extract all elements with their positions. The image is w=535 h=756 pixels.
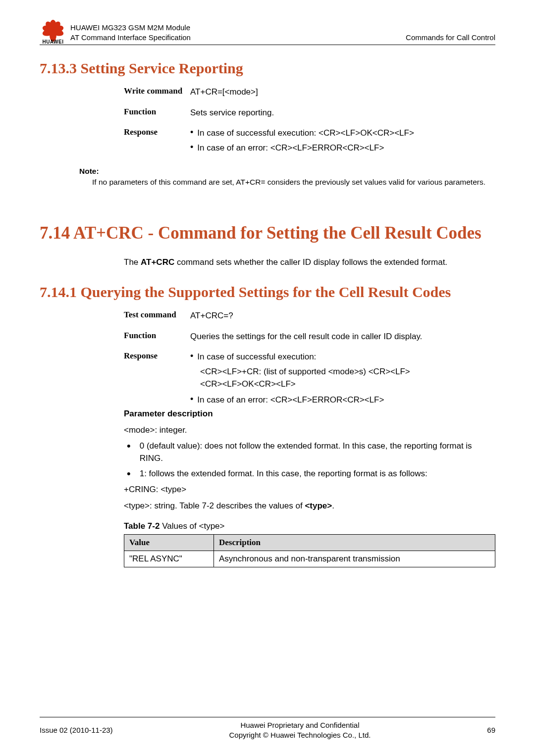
table-7-2: Value Description "REL ASYNC" Asynchrono…: [124, 534, 495, 567]
resp2-success-l1: In case of successful execution:: [197, 351, 316, 363]
cring-line: +CRING: <type>: [124, 484, 495, 496]
value-response: In case of successful execution: <CR><LF…: [190, 127, 495, 156]
type-line-bold: <type>: [305, 501, 332, 510]
table-caption-rest: Values of <type>: [160, 521, 224, 531]
mode-options: 0 (default value): does not follow the e…: [124, 440, 495, 480]
td-description: Asynchronous and non-transparent transmi…: [214, 551, 495, 567]
resp2-success-l3: <CR><LF>OK<CR><LF>: [200, 378, 495, 391]
type-line-pre: <type>: string. Table 7-2 describes the …: [124, 501, 305, 510]
label-write-command: Write command: [124, 86, 190, 99]
resp2-error: In case of an error: <CR><LF>ERROR<CR><L…: [197, 394, 384, 406]
intro-bold: AT+CRC: [141, 257, 174, 267]
footer-copyright: Copyright © Huawei Technologies Co., Ltd…: [229, 730, 371, 740]
footer-page-number: 69: [487, 726, 495, 734]
list-item: 0 (default value): does not follow the e…: [124, 440, 495, 464]
heading-7-14: 7.14 AT+CRC - Command for Setting the Ce…: [40, 222, 495, 244]
label-function2: Function: [124, 330, 190, 343]
param-title: Parameter description: [124, 408, 495, 420]
heading-7-14-1: 7.14.1 Querying the Supported Settings f…: [40, 284, 495, 301]
header-left: HUAWEI HUAWEI MG323 GSM M2M Module AT Co…: [40, 19, 191, 43]
huawei-logo-icon: HUAWEI: [40, 19, 66, 44]
param-block: Parameter description <mode>: integer. 0…: [124, 408, 495, 512]
table-row: Value Description: [124, 534, 495, 551]
response-error: In case of an error: <CR><LF>ERROR<CR><L…: [197, 142, 384, 154]
page-header: HUAWEI HUAWEI MG323 GSM M2M Module AT Co…: [40, 0, 495, 45]
type-line-post: .: [332, 501, 334, 510]
mode-1: 1: follows the extended format. In this …: [140, 468, 428, 480]
header-section-name: Commands for Call Control: [406, 33, 495, 43]
value-test-command: AT+CRC=?: [190, 309, 495, 322]
label-response: Response: [124, 127, 190, 156]
label-function: Function: [124, 106, 190, 119]
value-write-command: AT+CR=[<mode>]: [190, 86, 495, 99]
label-test-command: Test command: [124, 309, 190, 322]
doc-title-line2: AT Command Interface Specification: [70, 33, 191, 43]
header-titles: HUAWEI MG323 GSM M2M Module AT Command I…: [70, 23, 191, 43]
logo-wordmark: HUAWEI: [40, 39, 66, 45]
label-response2: Response: [124, 351, 190, 408]
def-table-7-13-3: Write command AT+CR=[<mode>] Function Se…: [124, 86, 495, 156]
response-success: In case of successful execution: <CR><LF…: [197, 127, 414, 140]
th-description: Description: [214, 534, 495, 551]
value-response2: In case of successful execution: <CR><LF…: [190, 351, 495, 408]
heading-7-13-3: 7.13.3 Setting Service Reporting: [40, 60, 495, 77]
doc-title-line1: HUAWEI MG323 GSM M2M Module: [70, 23, 191, 33]
list-item: 1: follows the extended format. In this …: [124, 468, 495, 480]
page-footer: Issue 02 (2010-11-23) Huawei Proprietary…: [40, 717, 495, 741]
resp2-success-l2: <CR><LF>+CR: (list of supported <mode>s)…: [200, 365, 495, 378]
intro-7-14: The AT+CRC command sets whether the call…: [124, 256, 495, 269]
th-value: Value: [124, 534, 214, 551]
note-title: Note:: [79, 167, 495, 176]
value-function2: Queries the settings for the cell result…: [190, 330, 495, 343]
footer-issue: Issue 02 (2010-11-23): [40, 726, 113, 734]
note-body: If no parameters of this command are set…: [92, 177, 495, 188]
td-value: "REL ASYNC": [124, 551, 214, 567]
mode-line: <mode>: integer.: [124, 424, 495, 437]
def-table-7-14-1: Test command AT+CRC=? Function Queries t…: [124, 309, 495, 408]
value-function: Sets service reporting.: [190, 106, 495, 119]
intro-pre: The: [124, 257, 141, 267]
table-caption-bold: Table 7-2: [124, 521, 160, 531]
intro-post: command sets whether the caller ID displ…: [174, 257, 447, 267]
footer-center: Huawei Proprietary and Confidential Copy…: [229, 720, 371, 741]
note-block: Note: If no parameters of this command a…: [79, 167, 495, 188]
mode-0: 0 (default value): does not follow the e…: [140, 440, 495, 464]
table-row: "REL ASYNC" Asynchronous and non-transpa…: [124, 551, 495, 567]
footer-proprietary: Huawei Proprietary and Confidential: [229, 720, 371, 730]
table-caption: Table 7-2 Values of <type>: [124, 521, 495, 531]
